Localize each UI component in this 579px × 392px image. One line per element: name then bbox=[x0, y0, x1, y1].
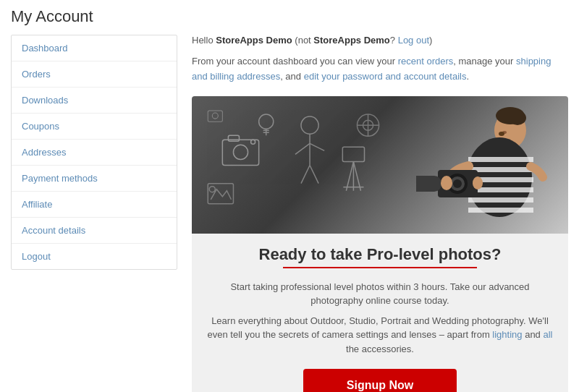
desc-text4: . bbox=[466, 71, 469, 82]
svg-rect-2 bbox=[228, 135, 239, 141]
hello-username: StoreApps Demo bbox=[216, 35, 292, 46]
sidebar-item-dashboard[interactable]: Dashboard bbox=[12, 35, 177, 61]
recent-orders-link[interactable]: recent orders bbox=[398, 56, 454, 67]
svg-point-46 bbox=[441, 176, 452, 190]
promo-subtext1: Start taking professional level photos w… bbox=[206, 280, 554, 308]
all-link[interactable]: all bbox=[543, 329, 552, 340]
desc-text1: From your account dashboard you can view… bbox=[192, 56, 398, 67]
content-area: DashboardOrdersDownloadsCouponsAddresses… bbox=[11, 35, 568, 392]
sidebar-item-affiliate[interactable]: Affiliate bbox=[12, 192, 177, 218]
svg-line-7 bbox=[310, 143, 324, 150]
lighting-link[interactable]: lighting bbox=[492, 329, 522, 340]
desc-text2: , manage your bbox=[453, 56, 516, 67]
chalk-drawings bbox=[199, 103, 406, 227]
svg-rect-23 bbox=[208, 111, 222, 122]
sidebar-item-coupons[interactable]: Coupons bbox=[12, 114, 177, 140]
svg-rect-44 bbox=[416, 176, 441, 192]
sidebar-item-logout[interactable]: Logout bbox=[12, 244, 177, 269]
svg-point-29 bbox=[496, 107, 525, 124]
svg-line-6 bbox=[295, 143, 310, 154]
svg-point-3 bbox=[251, 140, 255, 144]
svg-point-26 bbox=[209, 186, 215, 192]
promo-image bbox=[192, 96, 568, 234]
not-username: StoreApps Demo bbox=[313, 35, 389, 46]
not-suffix: ? bbox=[390, 35, 398, 46]
svg-line-11 bbox=[346, 161, 353, 190]
hello-prefix: Hello bbox=[192, 35, 216, 46]
close-paren: ) bbox=[429, 35, 432, 46]
signup-button[interactable]: Signup Now bbox=[303, 369, 457, 392]
svg-rect-38 bbox=[468, 208, 533, 213]
svg-line-12 bbox=[353, 161, 360, 190]
svg-point-1 bbox=[233, 145, 248, 159]
svg-rect-34 bbox=[468, 167, 533, 172]
page-wrapper: My Account DashboardOrdersDownloadsCoupo… bbox=[0, 0, 579, 392]
hello-not-prefix: (not bbox=[292, 35, 314, 46]
promo-subtext2-part2: and bbox=[523, 329, 544, 340]
description-text: From your account dashboard you can view… bbox=[192, 54, 568, 85]
sidebar-item-orders[interactable]: Orders bbox=[12, 61, 177, 88]
svg-rect-37 bbox=[468, 197, 533, 203]
svg-rect-33 bbox=[468, 157, 533, 162]
photographer-figure bbox=[416, 98, 561, 231]
sidebar-item-payment-methods[interactable]: Payment methods bbox=[12, 166, 177, 192]
svg-point-15 bbox=[259, 114, 274, 129]
hello-section: Hello StoreApps Demo (not StoreApps Demo… bbox=[192, 35, 568, 46]
svg-rect-10 bbox=[342, 147, 364, 161]
svg-point-24 bbox=[212, 113, 218, 119]
svg-line-9 bbox=[310, 165, 318, 183]
logout-link[interactable]: Log out bbox=[398, 35, 429, 46]
promo-card: Ready to take Pro-level photos? Start ta… bbox=[192, 96, 568, 392]
sidebar-item-downloads[interactable]: Downloads bbox=[12, 88, 177, 114]
promo-headline: Ready to take Pro-level photos? bbox=[259, 245, 502, 268]
svg-point-48 bbox=[499, 132, 504, 136]
sidebar-item-addresses[interactable]: Addresses bbox=[12, 140, 177, 166]
not-username-link[interactable]: StoreApps Demo bbox=[313, 35, 389, 46]
desc-text3: , and bbox=[280, 71, 304, 82]
page-title: My Account bbox=[11, 7, 568, 26]
main-content: Hello StoreApps Demo (not StoreApps Demo… bbox=[177, 35, 568, 392]
promo-subtext2-part3: the accessories. bbox=[346, 344, 414, 354]
sidebar-item-account-details[interactable]: Account details bbox=[12, 218, 177, 244]
promo-body: Ready to take Pro-level photos? Start ta… bbox=[192, 234, 568, 392]
edit-password-link[interactable]: edit your password and account details bbox=[304, 71, 467, 82]
svg-point-4 bbox=[301, 116, 318, 134]
svg-point-43 bbox=[453, 179, 462, 188]
promo-subtext2: Learn everything about Outdoor, Studio, … bbox=[206, 314, 554, 357]
svg-point-47 bbox=[473, 176, 483, 189]
sidebar: DashboardOrdersDownloadsCouponsAddresses… bbox=[11, 35, 177, 270]
svg-line-8 bbox=[301, 165, 310, 183]
